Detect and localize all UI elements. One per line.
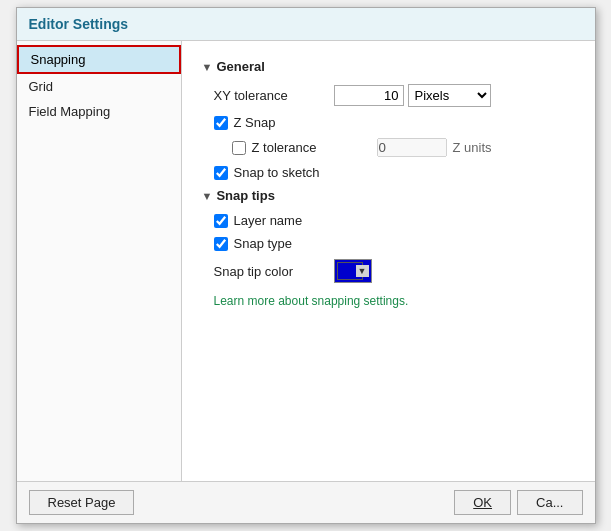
snap-type-row: Snap type — [202, 236, 575, 251]
ok-label: OK — [473, 495, 492, 510]
ztolerance-row: Z tolerance Z units — [202, 138, 575, 157]
snap-type-checkbox[interactable] — [214, 237, 228, 251]
editor-settings-dialog: Editor Settings Snapping Grid Field Mapp… — [16, 7, 596, 524]
zsnap-label: Z Snap — [234, 115, 276, 130]
snap-to-sketch-checkbox[interactable] — [214, 166, 228, 180]
xy-tolerance-input[interactable] — [334, 85, 404, 106]
ztolerance-input — [377, 138, 447, 157]
snap-type-label: Snap type — [234, 236, 293, 251]
zsnap-checkbox[interactable] — [214, 116, 228, 130]
xy-tolerance-row: XY tolerance Pixels Map units — [202, 84, 575, 107]
layer-name-label: Layer name — [234, 213, 303, 228]
learn-more-link[interactable]: Learn more about snapping settings. — [202, 294, 409, 308]
layer-name-row: Layer name — [202, 213, 575, 228]
dialog-body: Snapping Grid Field Mapping ▼ General XY… — [17, 41, 595, 481]
zsnap-row: Z Snap — [202, 115, 575, 130]
ztolerance-checkbox[interactable] — [232, 141, 246, 155]
footer-right: OK Ca... — [454, 490, 582, 515]
sidebar-item-snapping[interactable]: Snapping — [17, 45, 181, 74]
sidebar-item-label-snapping: Snapping — [31, 52, 86, 67]
dialog-footer: Reset Page OK Ca... — [17, 481, 595, 523]
sidebar-item-grid[interactable]: Grid — [17, 74, 181, 99]
units-select[interactable]: Pixels Map units — [408, 84, 491, 107]
snap-to-sketch-row: Snap to sketch — [202, 165, 575, 180]
xy-tolerance-label: XY tolerance — [214, 88, 334, 103]
snap-tip-color-row: Snap tip color ▼ — [202, 259, 575, 283]
color-dropdown-arrow[interactable]: ▼ — [356, 265, 369, 277]
cancel-button[interactable]: Ca... — [517, 490, 582, 515]
snaptips-section: ▼ Snap tips Layer name Snap type Snap ti… — [202, 188, 575, 283]
footer-left: Reset Page — [29, 490, 135, 515]
snap-tip-color-button[interactable]: ▼ — [334, 259, 372, 283]
sidebar-item-field-mapping[interactable]: Field Mapping — [17, 99, 181, 124]
sidebar-item-label-field-mapping: Field Mapping — [29, 104, 111, 119]
general-section-label: General — [216, 59, 264, 74]
content-area: ▼ General XY tolerance Pixels Map units … — [182, 41, 595, 481]
general-section-header: ▼ General — [202, 59, 575, 74]
sidebar-item-label-grid: Grid — [29, 79, 54, 94]
general-collapse-arrow[interactable]: ▼ — [202, 61, 213, 73]
snaptips-section-header: ▼ Snap tips — [202, 188, 575, 203]
ztolerance-units: Z units — [453, 140, 492, 155]
snap-to-sketch-label: Snap to sketch — [234, 165, 320, 180]
reset-page-button[interactable]: Reset Page — [29, 490, 135, 515]
snaptips-section-label: Snap tips — [216, 188, 275, 203]
sidebar: Snapping Grid Field Mapping — [17, 41, 182, 481]
dialog-title: Editor Settings — [17, 8, 595, 41]
layer-name-checkbox[interactable] — [214, 214, 228, 228]
snaptips-collapse-arrow[interactable]: ▼ — [202, 190, 213, 202]
ok-button[interactable]: OK — [454, 490, 511, 515]
snap-tip-color-label: Snap tip color — [214, 264, 334, 279]
ztolerance-label: Z tolerance — [252, 140, 317, 155]
